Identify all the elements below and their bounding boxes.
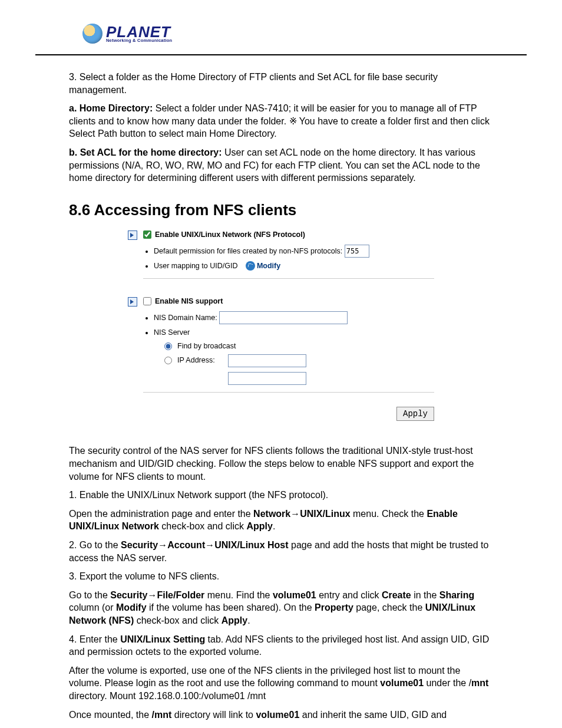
- set-acl-note: b. Set ACL for the home directory: User …: [69, 146, 493, 185]
- globe-icon: [82, 24, 103, 44]
- set-acl-label: b. Set ACL for the home directory:: [69, 147, 222, 157]
- nis-ip-input-1[interactable]: [228, 354, 306, 367]
- para-intro: The security control of the NAS server f…: [69, 444, 493, 483]
- nfs-settings-panel: Enable UNIX/Linux Network (NFS Protocol)…: [128, 230, 434, 421]
- step-4: 4. Enter the UNIX/Linux Setting tab. Add…: [69, 633, 493, 658]
- step-1-detail: Open the administration page and enter t…: [69, 508, 493, 533]
- brand-logo: PLANET Networking & Communication: [82, 24, 527, 44]
- nis-ip-radio[interactable]: [164, 357, 172, 364]
- intro-step-3: 3. Select a folder as the Home Directory…: [69, 71, 493, 96]
- section-heading: 8.6 Accessing from NFS clients: [69, 200, 493, 220]
- brand-tagline: Networking & Communication: [106, 38, 172, 43]
- nis-broadcast-radio[interactable]: [164, 342, 172, 350]
- step-3-detail: Go to the Security→File/Folder menu. Fin…: [69, 589, 493, 627]
- home-directory-label: a. Home Directory:: [69, 103, 153, 113]
- enable-nis-checkbox[interactable]: [143, 297, 151, 305]
- apply-button[interactable]: Apply: [396, 407, 434, 421]
- modify-button[interactable]: Modify: [246, 261, 280, 271]
- step-6: Once mounted, the /mnt directory will li…: [69, 709, 493, 722]
- enable-nis-label: Enable NIS support: [155, 297, 223, 307]
- nis-domain-input[interactable]: [219, 311, 348, 324]
- nis-server-row: NIS Server Find by broadcast IP Address:: [154, 328, 434, 386]
- section-arrow-icon: [128, 297, 137, 307]
- panel-divider-1: [143, 278, 434, 279]
- default-permission-row: Default permission for files created by …: [154, 245, 434, 258]
- section-arrow-icon: [128, 230, 137, 240]
- enable-nfs-label: Enable UNIX/Linux Network (NFS Protocol): [155, 230, 305, 240]
- nis-domain-row: NIS Domain Name:: [154, 311, 434, 324]
- nis-ip-input-2[interactable]: [228, 372, 306, 385]
- nis-broadcast-label: Find by broadcast: [177, 341, 236, 351]
- enable-nfs-checkbox[interactable]: [143, 230, 151, 239]
- header-divider: [35, 54, 527, 55]
- home-directory-note: a. Home Directory: Select a folder under…: [69, 102, 493, 140]
- step-2: 2. Go to the Security→Account→UNIX/Linux…: [69, 539, 493, 564]
- step-5: After the volume is exported, use one of…: [69, 664, 493, 703]
- uid-gid-row: User mapping to UID/GID Modify: [154, 261, 434, 271]
- default-permission-input[interactable]: [345, 245, 369, 258]
- panel-divider-2: [143, 392, 434, 393]
- modify-icon: [246, 261, 255, 271]
- step-3: 3. Export the volume to NFS clients.: [69, 570, 493, 583]
- step-1: 1. Enable the UNIX/Linux Network support…: [69, 489, 493, 502]
- nis-ip-label: IP Address:: [177, 355, 224, 365]
